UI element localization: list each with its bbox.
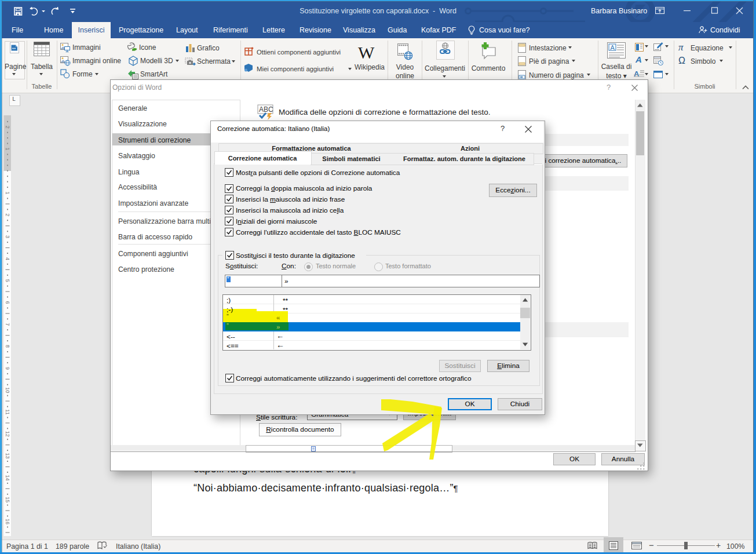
svg-text:5: 5 [5, 279, 10, 282]
svg-text:A: A [634, 70, 640, 78]
svg-text:6: 6 [5, 301, 10, 304]
svg-text:13: 13 [5, 453, 10, 459]
svg-text:7: 7 [5, 323, 10, 326]
svg-text:10: 10 [5, 387, 10, 393]
svg-text:1: 1 [5, 147, 10, 150]
svg-text:ABC: ABC [259, 105, 273, 114]
svg-text:14: 14 [5, 475, 10, 480]
svg-text:2: 2 [5, 213, 10, 216]
svg-text:9: 9 [5, 367, 10, 370]
svg-text:8: 8 [5, 345, 10, 348]
svg-text:11: 11 [5, 409, 10, 414]
svg-text:A: A [611, 44, 615, 51]
svg-text:16: 16 [5, 519, 10, 524]
svg-text:4: 4 [5, 257, 10, 260]
svg-text:3: 3 [5, 235, 10, 238]
svg-text:12: 12 [5, 431, 10, 437]
svg-text:2: 2 [5, 126, 10, 129]
svg-text:1: 1 [5, 191, 10, 194]
svg-text:15: 15 [5, 497, 10, 502]
